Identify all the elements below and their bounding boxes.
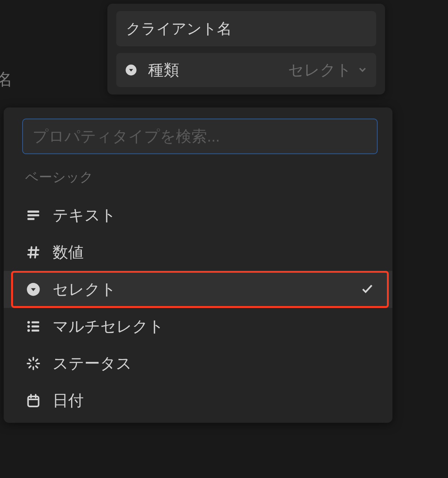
svg-rect-10 — [31, 329, 39, 331]
text-icon — [25, 207, 41, 223]
check-icon — [361, 282, 374, 297]
svg-rect-6 — [31, 321, 39, 323]
chevron-down-icon — [357, 61, 368, 79]
svg-rect-8 — [31, 325, 39, 327]
type-option-status[interactable]: ステータス — [4, 345, 392, 382]
option-label: マルチセレクト — [53, 316, 374, 337]
type-option-number[interactable]: 数値 — [4, 234, 392, 271]
date-icon — [25, 392, 41, 409]
type-option-date[interactable]: 日付 — [4, 382, 392, 419]
svg-line-17 — [29, 366, 31, 368]
svg-line-18 — [36, 359, 37, 361]
svg-line-14 — [36, 366, 37, 368]
select-icon — [124, 63, 138, 77]
type-search-input[interactable] — [33, 127, 367, 145]
svg-rect-1 — [27, 210, 39, 213]
svg-point-7 — [27, 325, 30, 328]
status-icon — [25, 355, 41, 372]
property-config-panel: クライアント名 種類 セレクト — [107, 4, 385, 94]
type-option-select[interactable]: セレクト — [4, 271, 392, 308]
background-text: 名 — [0, 69, 13, 90]
svg-line-13 — [29, 359, 31, 361]
svg-rect-3 — [27, 218, 34, 220]
option-label: ステータス — [53, 353, 374, 374]
multiselect-icon — [25, 318, 41, 335]
select-icon — [25, 281, 41, 298]
type-option-multiselect[interactable]: マルチセレクト — [4, 308, 392, 345]
property-type-row[interactable]: 種類 セレクト — [116, 53, 376, 87]
type-option-list: テキスト 数値 セレクト — [4, 197, 392, 419]
svg-point-9 — [27, 329, 30, 332]
type-picker-panel: ベーシック テキスト 数値 セレクト — [4, 107, 392, 423]
svg-rect-19 — [28, 396, 39, 406]
type-option-text[interactable]: テキスト — [4, 197, 392, 234]
property-type-left: 種類 — [124, 60, 179, 80]
property-type-value: セレクト — [288, 60, 368, 80]
option-label: セレクト — [53, 279, 361, 300]
type-label: 種類 — [148, 60, 179, 80]
svg-rect-2 — [27, 214, 39, 216]
option-label: 日付 — [53, 390, 374, 411]
selected-type-text: セレクト — [288, 60, 352, 80]
number-icon — [25, 244, 41, 260]
property-name-input[interactable]: クライアント名 — [116, 11, 376, 46]
option-label: テキスト — [53, 205, 374, 226]
type-search-wrapper — [22, 119, 378, 154]
svg-point-5 — [27, 321, 30, 323]
section-label-basic: ベーシック — [4, 168, 392, 197]
option-label: 数値 — [53, 242, 374, 263]
